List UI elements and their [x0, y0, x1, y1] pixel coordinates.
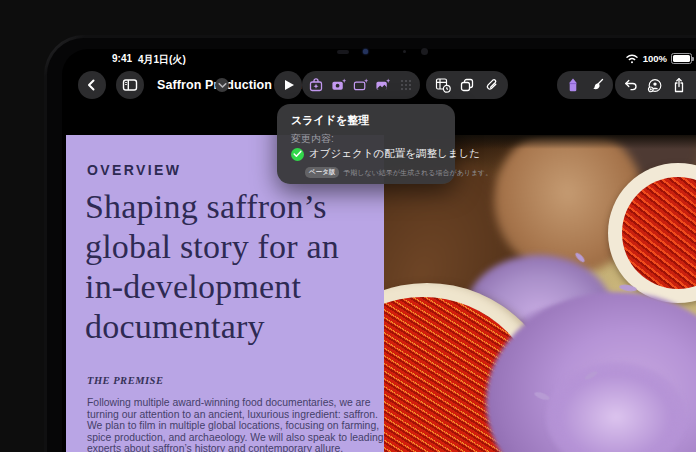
beta-note: 予期しない結果が生成される場合があります。: [343, 168, 492, 178]
insert-tools-group: [426, 71, 508, 99]
play-button[interactable]: [274, 71, 302, 99]
beta-badge: ベータ版: [305, 167, 339, 178]
ai-tools-group: [302, 71, 420, 99]
ipad-device: 9:41 4月1日(火) 100%: [44, 35, 696, 452]
slide-navigator-button[interactable]: [116, 71, 144, 99]
shapes-icon[interactable]: [459, 77, 475, 93]
document-title-menu-button[interactable]: [215, 78, 229, 92]
wifi-icon: [625, 53, 639, 64]
ipad-bezel: 9:41 4月1日(火) 100%: [47, 38, 696, 452]
camera-sensor-icon: [421, 48, 428, 55]
tidy-slide-popup: スライドを整理 変更内容: オブジェクトの配置を調整しました ベータ版 予期しな…: [277, 104, 455, 184]
paperclip-icon[interactable]: [484, 77, 500, 93]
camera-sensor-icon: [403, 50, 406, 53]
actions-group: …: [615, 71, 696, 99]
format-brush-icon[interactable]: [589, 77, 605, 93]
draw-tools-group: [557, 71, 613, 99]
crayon-icon[interactable]: [565, 77, 581, 93]
battery-percent: 100%: [643, 53, 667, 64]
camera-lens-icon: [363, 49, 368, 54]
popup-beta-row: ベータ版 予期しない結果が生成される場合があります。: [305, 167, 492, 178]
slide-title-line: documentary: [85, 307, 339, 347]
sidebar-icon: [122, 78, 138, 92]
front-camera: [337, 48, 447, 56]
status-time: 9:41: [112, 53, 132, 64]
grid-dots-icon[interactable]: [398, 77, 414, 93]
slide-title-line: global story for an: [85, 227, 339, 267]
slide-title-line: in-development: [85, 267, 339, 307]
ipad-screen: 9:41 4月1日(火) 100%: [62, 49, 696, 452]
table-timer-icon[interactable]: [435, 77, 451, 93]
popup-title: スライドを整理: [291, 113, 369, 128]
ai-toolbox-sparkle-icon[interactable]: [308, 77, 324, 93]
popup-change-text: オブジェクトの配置を調整しました: [309, 147, 480, 161]
status-date: 4月1日(火): [138, 53, 186, 67]
slide-body-text[interactable]: Following multiple award-winning food do…: [87, 397, 387, 452]
back-icon: [85, 78, 99, 92]
share-icon[interactable]: [671, 77, 687, 93]
scene: 9:41 4月1日(火) 100%: [0, 0, 696, 452]
ai-slide-sparkle-icon[interactable]: [353, 77, 369, 93]
ai-camera-sparkle-icon[interactable]: [331, 77, 347, 93]
back-button[interactable]: [78, 71, 106, 99]
camera-sensor-icon: [337, 50, 349, 54]
popup-changes-label: 変更内容:: [291, 132, 334, 146]
popup-change-item: オブジェクトの配置を調整しました: [291, 147, 480, 161]
slide-title[interactable]: Shaping saffron’s global story for an in…: [85, 187, 339, 347]
checkmark-icon: [291, 148, 304, 161]
chevron-down-icon: [218, 82, 227, 89]
slide-eyebrow[interactable]: OVERVIEW: [87, 162, 181, 178]
ai-image-sparkle-icon[interactable]: [375, 77, 391, 93]
collaborate-icon[interactable]: [647, 77, 663, 93]
play-icon: [285, 80, 294, 90]
slide-section-heading[interactable]: THE PREMISE: [87, 375, 163, 386]
battery-icon: [671, 53, 692, 64]
undo-icon[interactable]: [623, 77, 639, 93]
slide-title-line: Shaping saffron’s: [85, 187, 339, 227]
